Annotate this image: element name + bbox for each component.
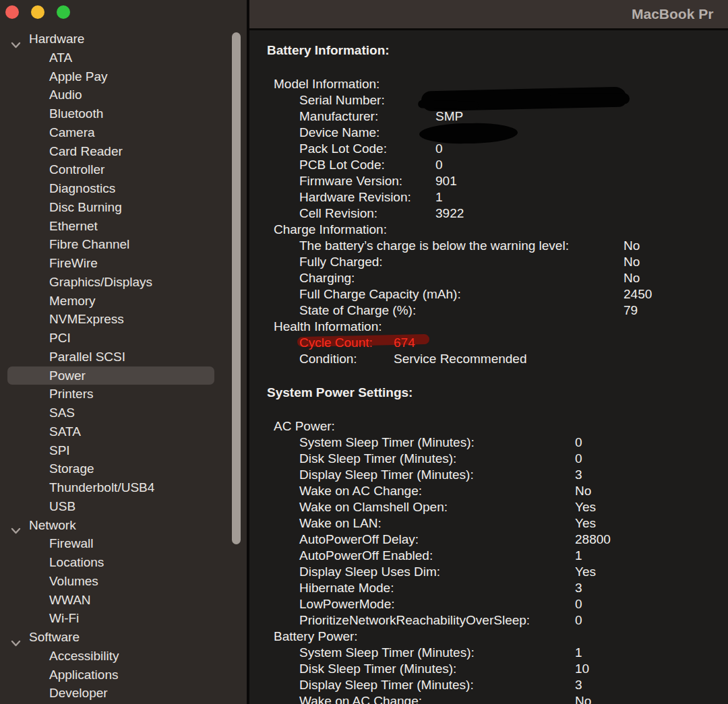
report-row-hardware-revision: Hardware Revision:1 — [267, 189, 728, 205]
row-value: 0 — [575, 596, 582, 612]
row-value: 79 — [624, 302, 638, 319]
sidebar-item-volumes[interactable]: Volumes — [0, 572, 247, 591]
report-row-wake-on-lan: Wake on LAN:Yes — [267, 515, 728, 532]
sidebar-item-sas[interactable]: SAS — [0, 404, 247, 422]
row-value: 901 — [435, 173, 457, 189]
traffic-lights — [5, 5, 70, 19]
sidebar-group-hardware[interactable]: Hardware — [0, 30, 247, 49]
row-label: System Sleep Timer (Minutes): — [299, 645, 575, 661]
row-value: Yes — [575, 499, 596, 515]
titlebar[interactable]: MacBook Pr — [249, 0, 728, 30]
report-row-condition: Condition:Service Recommended — [267, 351, 728, 367]
sidebar-item-accessibility[interactable]: Accessibility — [0, 647, 247, 666]
report-row-device-name: Device Name: — [267, 125, 728, 141]
sidebar-item-firewire[interactable]: FireWire — [0, 254, 247, 273]
report-row-state-of-charge: State of Charge (%):79 — [267, 302, 728, 319]
sidebar-item-controller[interactable]: Controller — [0, 160, 247, 179]
row-label: AutoPowerOff Enabled: — [299, 548, 575, 564]
row-label: PCB Lot Code: — [299, 157, 435, 173]
report-row-firmware-version: Firmware Version:901 — [267, 173, 728, 189]
row-label: Firmware Version: — [299, 173, 435, 189]
sidebar-item-diagnostics[interactable]: Diagnostics — [0, 179, 247, 198]
report-row-pcb-lot-code: PCB Lot Code:0 — [267, 157, 728, 173]
chevron-down-icon[interactable] — [11, 633, 21, 641]
sidebar-item-spi[interactable]: SPI — [0, 441, 247, 460]
sidebar-item-usb[interactable]: USB — [0, 497, 247, 516]
sidebar-item-printers[interactable]: Printers — [0, 385, 247, 404]
sidebar-scrollbar[interactable] — [232, 32, 241, 544]
row-value: Service Recommended — [394, 351, 526, 367]
report-row-wake-on-ac-change: Wake on AC Change:No — [267, 483, 728, 499]
report-row-lowpowermode: LowPowerMode:0 — [267, 596, 728, 612]
sidebar-item-pci[interactable]: PCI — [0, 329, 247, 348]
row-label: Full Charge Capacity (mAh): — [299, 286, 624, 302]
row-label: AutoPowerOff Delay: — [299, 532, 575, 548]
minimize-button[interactable] — [31, 5, 44, 19]
row-label: Display Sleep Timer (Minutes): — [299, 467, 575, 483]
sidebar-item-fibre-channel[interactable]: Fibre Channel — [0, 235, 247, 254]
row-value: Yes — [575, 564, 596, 580]
report-row-manufacturer: Manufacturer:SMP — [267, 108, 728, 125]
row-value: 10 — [575, 661, 589, 677]
sidebar-item-audio[interactable]: Audio — [0, 86, 247, 104]
sidebar-item-bluetooth[interactable]: Bluetooth — [0, 104, 247, 123]
sidebar-item-card-reader[interactable]: Card Reader — [0, 142, 247, 161]
report-row-hibernate-mode: Hibernate Mode:3 — [267, 580, 728, 596]
sidebar-item-applications[interactable]: Applications — [0, 666, 247, 684]
sidebar-list: HardwareATAApple PayAudioBluetoothCamera… — [0, 0, 247, 703]
row-value: No — [624, 254, 640, 270]
sidebar-item-camera[interactable]: Camera — [0, 123, 247, 142]
close-button[interactable] — [5, 5, 19, 19]
section-header-battery-information: Battery Information: — [267, 42, 728, 59]
row-value: 2450 — [624, 286, 652, 302]
sidebar-item-nvmexpress[interactable]: NVMExpress — [0, 310, 247, 329]
report-row-prioritizenetworkreachabilityoversleep: PrioritizeNetworkReachabilityOverSleep:0 — [267, 612, 728, 629]
row-label: Serial Number: — [299, 92, 435, 108]
sidebar-group-software[interactable]: Software — [0, 628, 247, 647]
sidebar-item-wwan[interactable]: WWAN — [0, 591, 247, 610]
sidebar-item-locations[interactable]: Locations — [0, 553, 247, 572]
sidebar-item-disc-burning[interactable]: Disc Burning — [0, 198, 247, 217]
sidebar-item-thunderbolt-usb4[interactable]: Thunderbolt/USB4 — [0, 478, 247, 497]
blank-line — [267, 59, 728, 76]
row-label: Disk Sleep Timer (Minutes): — [299, 451, 575, 467]
sidebar-item-memory[interactable]: Memory — [0, 292, 247, 311]
sidebar-item-sata[interactable]: SATA — [0, 422, 247, 441]
sidebar-item-ethernet[interactable]: Ethernet — [0, 217, 247, 236]
sidebar-item-parallel-scsi[interactable]: Parallel SCSI — [0, 348, 247, 366]
report-row-fully-charged: Fully Charged:No — [267, 254, 728, 270]
main-pane: MacBook Pr Battery Information:Model Inf… — [249, 0, 728, 704]
report-row-autopoweroff-enabled: AutoPowerOff Enabled:1 — [267, 548, 728, 564]
report-content: Battery Information:Model Information:Se… — [249, 30, 728, 704]
report-row-disk-sleep-timer-minutes: Disk Sleep Timer (Minutes):10 — [267, 661, 728, 677]
row-value: 0 — [575, 451, 582, 467]
sidebar-item-developer[interactable]: Developer — [0, 684, 247, 703]
row-label: The battery’s charge is below the warnin… — [299, 238, 624, 254]
blank-line — [267, 367, 728, 385]
chevron-down-icon[interactable] — [11, 35, 21, 42]
report-row-system-sleep-timer-minutes: System Sleep Timer (Minutes):1 — [267, 645, 728, 661]
row-label: Display Sleep Timer (Minutes): — [299, 677, 575, 693]
chevron-down-icon[interactable] — [11, 521, 21, 529]
sidebar-item-graphics-displays[interactable]: Graphics/Displays — [0, 273, 247, 292]
sidebar-item-storage[interactable]: Storage — [0, 459, 247, 478]
sidebar-group-network[interactable]: Network — [0, 516, 247, 535]
sidebar-item-power[interactable]: Power — [7, 366, 214, 385]
blank-line — [267, 401, 728, 418]
row-value: 3 — [575, 677, 582, 693]
sidebar-item-wi-fi[interactable]: Wi-Fi — [0, 609, 247, 628]
sidebar-item-apple-pay[interactable]: Apple Pay — [0, 67, 247, 86]
zoom-button[interactable] — [57, 5, 70, 19]
sidebar: HardwareATAApple PayAudioBluetoothCamera… — [0, 0, 247, 704]
row-label: Condition: — [299, 351, 394, 367]
row-label: State of Charge (%): — [299, 302, 624, 319]
row-label: Disk Sleep Timer (Minutes): — [299, 661, 575, 677]
report-row-the-battery-s-charge-is-below-the-warning-level: The battery’s charge is below the warnin… — [267, 238, 728, 254]
row-value: 0 — [435, 141, 443, 157]
sidebar-item-ata[interactable]: ATA — [0, 49, 247, 67]
row-label: Cycle Count: — [299, 335, 394, 351]
row-label: LowPowerMode: — [299, 596, 575, 612]
sidebar-item-firewall[interactable]: Firewall — [0, 534, 247, 553]
report-row-pack-lot-code: Pack Lot Code:0 — [267, 141, 728, 157]
report-row-disk-sleep-timer-minutes: Disk Sleep Timer (Minutes):0 — [267, 451, 728, 467]
